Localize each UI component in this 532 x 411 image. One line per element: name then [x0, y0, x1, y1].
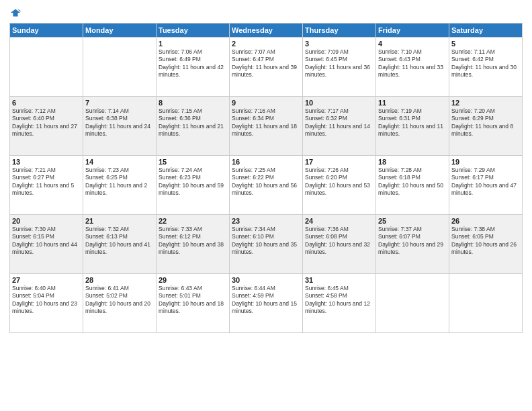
day-number: 10: [305, 99, 373, 107]
svg-marker-1: [18, 9, 21, 12]
day-number: 6: [12, 99, 81, 107]
calendar-cell: 3Sunrise: 7:09 AM Sunset: 6:45 PM Daylig…: [303, 38, 376, 97]
calendar-cell: 19Sunrise: 7:29 AM Sunset: 6:17 PM Dayli…: [449, 156, 523, 215]
day-number: 18: [378, 158, 447, 166]
day-info: Sunrise: 7:16 AM Sunset: 6:34 PM Dayligh…: [232, 107, 300, 138]
day-info: Sunrise: 7:15 AM Sunset: 6:36 PM Dayligh…: [159, 107, 227, 138]
day-info: Sunrise: 7:21 AM Sunset: 6:27 PM Dayligh…: [12, 167, 81, 197]
day-number: 31: [305, 276, 373, 284]
day-number: 15: [159, 158, 227, 166]
calendar-cell: 26Sunrise: 7:38 AM Sunset: 6:05 PM Dayli…: [449, 215, 523, 274]
day-info: Sunrise: 7:11 AM Sunset: 6:42 PM Dayligh…: [451, 48, 520, 79]
day-number: 1: [159, 40, 227, 48]
day-number: 19: [451, 158, 520, 166]
day-number: 5: [451, 40, 520, 48]
day-number: 28: [85, 276, 154, 284]
calendar-cell: 14Sunrise: 7:23 AM Sunset: 6:25 PM Dayli…: [83, 156, 157, 215]
day-of-week-header: Thursday: [303, 24, 376, 38]
day-info: Sunrise: 7:30 AM Sunset: 6:15 PM Dayligh…: [12, 226, 81, 257]
day-info: Sunrise: 7:38 AM Sunset: 6:05 PM Dayligh…: [451, 226, 520, 257]
calendar-cell: 18Sunrise: 7:28 AM Sunset: 6:18 PM Dayli…: [376, 156, 449, 215]
day-number: 23: [232, 217, 300, 225]
day-info: Sunrise: 7:23 AM Sunset: 6:25 PM Dayligh…: [85, 167, 154, 197]
day-number: 17: [305, 158, 373, 166]
day-info: Sunrise: 7:34 AM Sunset: 6:10 PM Dayligh…: [232, 226, 300, 257]
calendar-table: SundayMondayTuesdayWednesdayThursdayFrid…: [9, 23, 523, 333]
calendar-cell: 27Sunrise: 6:40 AM Sunset: 5:04 PM Dayli…: [10, 274, 83, 333]
day-number: 2: [232, 40, 300, 48]
day-of-week-header: Monday: [83, 24, 157, 38]
calendar-week-row: 1Sunrise: 7:06 AM Sunset: 6:49 PM Daylig…: [10, 38, 523, 97]
day-info: Sunrise: 7:24 AM Sunset: 6:23 PM Dayligh…: [159, 167, 227, 197]
day-number: 12: [451, 99, 520, 107]
calendar-cell: 25Sunrise: 7:37 AM Sunset: 6:07 PM Dayli…: [376, 215, 449, 274]
day-info: Sunrise: 7:28 AM Sunset: 6:18 PM Dayligh…: [378, 167, 447, 197]
day-info: Sunrise: 6:40 AM Sunset: 5:04 PM Dayligh…: [12, 285, 81, 316]
calendar-cell: 1Sunrise: 7:06 AM Sunset: 6:49 PM Daylig…: [157, 38, 230, 97]
calendar-cell: [376, 274, 449, 333]
day-info: Sunrise: 7:37 AM Sunset: 6:07 PM Dayligh…: [378, 226, 447, 257]
day-info: Sunrise: 7:20 AM Sunset: 6:29 PM Dayligh…: [451, 107, 520, 138]
day-number: 30: [232, 276, 300, 284]
calendar-cell: 17Sunrise: 7:26 AM Sunset: 6:20 PM Dayli…: [303, 156, 376, 215]
day-number: 21: [85, 217, 154, 225]
calendar-cell: 13Sunrise: 7:21 AM Sunset: 6:27 PM Dayli…: [10, 156, 83, 215]
calendar-cell: 28Sunrise: 6:41 AM Sunset: 5:02 PM Dayli…: [83, 274, 157, 333]
calendar-cell: 5Sunrise: 7:11 AM Sunset: 6:42 PM Daylig…: [449, 38, 523, 97]
day-number: 11: [378, 99, 447, 107]
calendar-cell: 20Sunrise: 7:30 AM Sunset: 6:15 PM Dayli…: [10, 215, 83, 274]
day-number: 26: [451, 217, 520, 225]
day-of-week-header: Wednesday: [230, 24, 303, 38]
calendar-cell: 24Sunrise: 7:36 AM Sunset: 6:08 PM Dayli…: [303, 215, 376, 274]
day-info: Sunrise: 6:43 AM Sunset: 5:01 PM Dayligh…: [159, 285, 227, 316]
day-info: Sunrise: 7:26 AM Sunset: 6:20 PM Dayligh…: [305, 167, 373, 197]
day-number: 25: [378, 217, 447, 225]
day-number: 16: [232, 158, 300, 166]
day-info: Sunrise: 7:36 AM Sunset: 6:08 PM Dayligh…: [305, 226, 373, 257]
day-number: 27: [12, 276, 81, 284]
day-number: 24: [305, 217, 373, 225]
calendar-cell: 31Sunrise: 6:45 AM Sunset: 4:58 PM Dayli…: [303, 274, 376, 333]
day-number: 9: [232, 99, 300, 107]
day-info: Sunrise: 7:12 AM Sunset: 6:40 PM Dayligh…: [12, 107, 81, 138]
calendar-cell: 9Sunrise: 7:16 AM Sunset: 6:34 PM Daylig…: [230, 97, 303, 156]
calendar-cell: 11Sunrise: 7:19 AM Sunset: 6:31 PM Dayli…: [376, 97, 449, 156]
day-info: Sunrise: 6:41 AM Sunset: 5:02 PM Dayligh…: [85, 285, 154, 316]
day-number: 20: [12, 217, 81, 225]
day-of-week-header: Sunday: [10, 24, 83, 38]
calendar-cell: [449, 274, 523, 333]
header: [9, 7, 523, 19]
calendar-week-row: 27Sunrise: 6:40 AM Sunset: 5:04 PM Dayli…: [10, 274, 523, 333]
day-number: 13: [12, 158, 81, 166]
calendar-cell: 8Sunrise: 7:15 AM Sunset: 6:36 PM Daylig…: [157, 97, 230, 156]
calendar-cell: 16Sunrise: 7:25 AM Sunset: 6:22 PM Dayli…: [230, 156, 303, 215]
calendar-week-row: 6Sunrise: 7:12 AM Sunset: 6:40 PM Daylig…: [10, 97, 523, 156]
day-info: Sunrise: 7:17 AM Sunset: 6:32 PM Dayligh…: [305, 107, 373, 138]
calendar-cell: 21Sunrise: 7:32 AM Sunset: 6:13 PM Dayli…: [83, 215, 157, 274]
calendar-cell: 6Sunrise: 7:12 AM Sunset: 6:40 PM Daylig…: [10, 97, 83, 156]
day-info: Sunrise: 7:10 AM Sunset: 6:43 PM Dayligh…: [378, 48, 447, 79]
calendar-cell: 10Sunrise: 7:17 AM Sunset: 6:32 PM Dayli…: [303, 97, 376, 156]
calendar-cell: 4Sunrise: 7:10 AM Sunset: 6:43 PM Daylig…: [376, 38, 449, 97]
calendar-cell: [83, 38, 157, 97]
logo: [9, 7, 21, 19]
calendar-header-row: SundayMondayTuesdayWednesdayThursdayFrid…: [10, 24, 523, 38]
day-number: 3: [305, 40, 373, 48]
calendar-cell: 23Sunrise: 7:34 AM Sunset: 6:10 PM Dayli…: [230, 215, 303, 274]
day-number: 7: [85, 99, 154, 107]
day-info: Sunrise: 7:32 AM Sunset: 6:13 PM Dayligh…: [85, 226, 154, 257]
calendar-cell: 22Sunrise: 7:33 AM Sunset: 6:12 PM Dayli…: [157, 215, 230, 274]
calendar-cell: 2Sunrise: 7:07 AM Sunset: 6:47 PM Daylig…: [230, 38, 303, 97]
calendar-cell: 7Sunrise: 7:14 AM Sunset: 6:38 PM Daylig…: [83, 97, 157, 156]
day-info: Sunrise: 7:29 AM Sunset: 6:17 PM Dayligh…: [451, 167, 520, 197]
day-of-week-header: Saturday: [449, 24, 523, 38]
day-of-week-header: Tuesday: [157, 24, 230, 38]
day-number: 8: [159, 99, 227, 107]
day-info: Sunrise: 6:45 AM Sunset: 4:58 PM Dayligh…: [305, 285, 373, 316]
day-number: 4: [378, 40, 447, 48]
day-info: Sunrise: 7:33 AM Sunset: 6:12 PM Dayligh…: [159, 226, 227, 257]
calendar-cell: 15Sunrise: 7:24 AM Sunset: 6:23 PM Dayli…: [157, 156, 230, 215]
day-info: Sunrise: 7:14 AM Sunset: 6:38 PM Dayligh…: [85, 107, 154, 138]
calendar-cell: 29Sunrise: 6:43 AM Sunset: 5:01 PM Dayli…: [157, 274, 230, 333]
day-info: Sunrise: 7:06 AM Sunset: 6:49 PM Dayligh…: [159, 48, 227, 79]
